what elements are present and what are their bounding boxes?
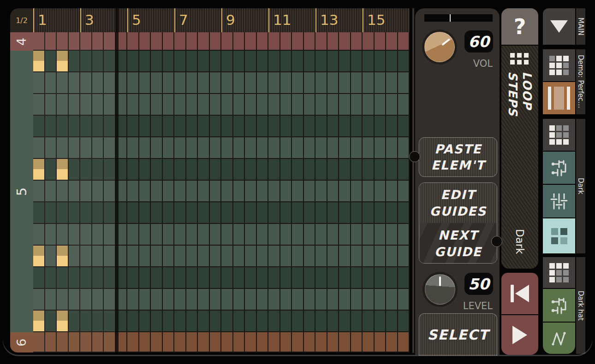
- step-cell[interactable]: [69, 72, 81, 93]
- step-cell[interactable]: [363, 311, 375, 331]
- step-cell[interactable]: [315, 51, 327, 71]
- step-cell[interactable]: [292, 32, 304, 50]
- step-cell[interactable]: [339, 116, 351, 136]
- step-cell[interactable]: [186, 159, 198, 180]
- step-cell[interactable]: [304, 267, 316, 288]
- step-cell[interactable]: [139, 311, 151, 331]
- step-cell[interactable]: [69, 181, 81, 201]
- step-cell[interactable]: [315, 72, 327, 93]
- help-button[interactable]: ?: [501, 8, 538, 45]
- step-cell[interactable]: [174, 94, 186, 115]
- step-cell[interactable]: [104, 94, 116, 115]
- step-cell[interactable]: [163, 72, 175, 93]
- step-cell[interactable]: [45, 224, 57, 245]
- step-cell[interactable]: [268, 181, 280, 201]
- step-cell[interactable]: [163, 202, 175, 223]
- sidebar-button-darkhat-grid[interactable]: [543, 257, 575, 288]
- step-cell[interactable]: [33, 181, 45, 201]
- step-cell[interactable]: [327, 224, 339, 245]
- step-cell[interactable]: [398, 72, 410, 93]
- step-cell[interactable]: [304, 94, 316, 115]
- step-cell[interactable]: [363, 116, 375, 136]
- step-cell[interactable]: [69, 32, 81, 50]
- step-cell[interactable]: [327, 246, 339, 266]
- step-cell[interactable]: [339, 246, 351, 266]
- step-cell[interactable]: [339, 72, 351, 93]
- step-cell[interactable]: [292, 246, 304, 266]
- step-cell[interactable]: [398, 159, 410, 180]
- step-cell[interactable]: [386, 332, 398, 352]
- step-cell[interactable]: [375, 224, 387, 245]
- step-cell[interactable]: [268, 137, 280, 158]
- step-cell[interactable]: [174, 224, 186, 245]
- step-cell[interactable]: [198, 246, 210, 266]
- step-cell[interactable]: [315, 116, 327, 136]
- step-cell[interactable]: [127, 289, 139, 310]
- step-cell[interactable]: [210, 332, 222, 352]
- step-cell[interactable]: [304, 224, 316, 245]
- step-cell[interactable]: [186, 181, 198, 201]
- step-cell[interactable]: [33, 159, 45, 180]
- step-cell[interactable]: [339, 94, 351, 115]
- step-cell[interactable]: [45, 311, 57, 331]
- play-button[interactable]: [501, 315, 538, 355]
- step-cell[interactable]: [233, 246, 245, 266]
- step-cell[interactable]: [33, 246, 45, 266]
- step-cell[interactable]: [339, 289, 351, 310]
- step-cell[interactable]: [210, 246, 222, 266]
- step-cell[interactable]: [351, 246, 363, 266]
- step-cell[interactable]: [233, 202, 245, 223]
- step-cell[interactable]: [57, 332, 69, 352]
- step-cell[interactable]: [351, 137, 363, 158]
- step-cell[interactable]: [292, 159, 304, 180]
- step-cell[interactable]: [327, 32, 339, 50]
- step-cell[interactable]: [245, 224, 257, 245]
- step-cell[interactable]: [33, 137, 45, 158]
- step-cell[interactable]: [245, 289, 257, 310]
- step-cell[interactable]: [186, 32, 198, 50]
- step-cell[interactable]: [92, 289, 104, 310]
- step-cell[interactable]: [351, 32, 363, 50]
- step-cell[interactable]: [210, 159, 222, 180]
- step-cell[interactable]: [57, 94, 69, 115]
- step-cell[interactable]: [292, 137, 304, 158]
- step-cell[interactable]: [163, 51, 175, 71]
- step-cell[interactable]: [33, 289, 45, 310]
- step-cell[interactable]: [363, 51, 375, 71]
- step-cell[interactable]: [233, 72, 245, 93]
- step-cell[interactable]: [268, 72, 280, 93]
- step-cell[interactable]: [221, 51, 233, 71]
- step-cell[interactable]: [127, 246, 139, 266]
- sidebar-button-darkhat-wave[interactable]: [543, 323, 575, 354]
- step-cell[interactable]: [375, 94, 387, 115]
- step-cell[interactable]: [151, 246, 163, 266]
- step-cell[interactable]: [45, 181, 57, 201]
- step-cell[interactable]: [304, 311, 316, 331]
- step-cell[interactable]: [280, 246, 292, 266]
- step-cell[interactable]: [198, 72, 210, 93]
- step-cell[interactable]: [198, 94, 210, 115]
- step-cell[interactable]: [139, 224, 151, 245]
- step-cell[interactable]: [221, 246, 233, 266]
- step-cell[interactable]: [257, 51, 269, 71]
- step-cell[interactable]: [398, 181, 410, 201]
- step-cell[interactable]: [245, 181, 257, 201]
- step-cell[interactable]: [151, 202, 163, 223]
- step-cell[interactable]: [151, 51, 163, 71]
- step-cell[interactable]: [327, 94, 339, 115]
- step-cell[interactable]: [57, 137, 69, 158]
- step-cell[interactable]: [375, 51, 387, 71]
- step-cell[interactable]: [69, 267, 81, 288]
- step-cell[interactable]: [127, 181, 139, 201]
- step-cell[interactable]: [92, 94, 104, 115]
- step-cell[interactable]: [45, 137, 57, 158]
- edit-guides-button[interactable]: EDIT GUIDES: [419, 183, 497, 223]
- step-cell[interactable]: [210, 137, 222, 158]
- step-cell[interactable]: [221, 224, 233, 245]
- step-cell[interactable]: [268, 159, 280, 180]
- step-cell[interactable]: [69, 116, 81, 136]
- step-cell[interactable]: [186, 332, 198, 352]
- step-cell[interactable]: [198, 332, 210, 352]
- step-cell[interactable]: [292, 311, 304, 331]
- step-cell[interactable]: [363, 159, 375, 180]
